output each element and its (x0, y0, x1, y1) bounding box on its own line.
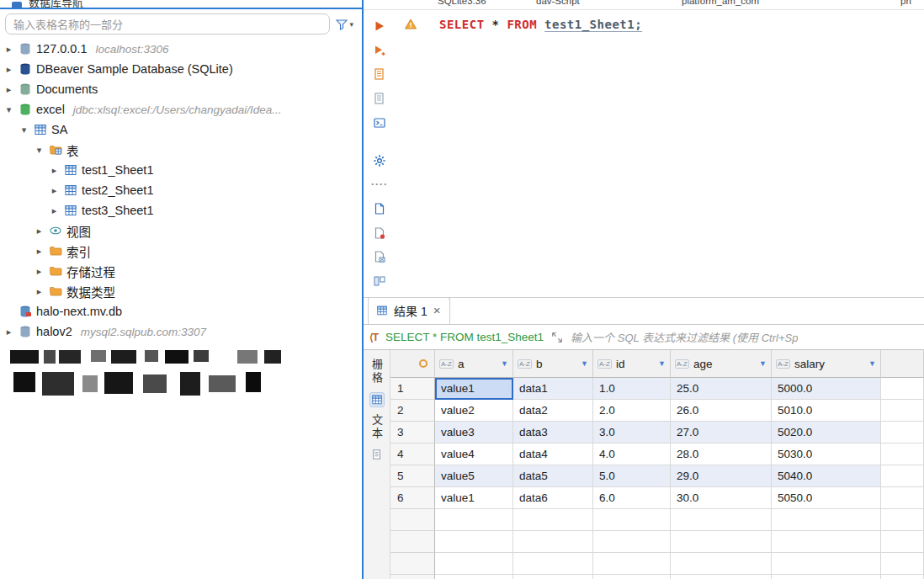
toolbar-partial-label[interactable]: platform_am_com (682, 0, 759, 6)
close-script-button[interactable] (371, 249, 388, 266)
navigator-tab-label[interactable]: 数据库导航 (29, 0, 83, 9)
grid-corner-header[interactable] (390, 350, 435, 378)
new-script-button[interactable] (371, 200, 388, 217)
row-number[interactable]: 5 (390, 465, 435, 487)
execute-script-button[interactable] (371, 66, 388, 82)
tab-grid-view[interactable]: 栅格 (369, 359, 385, 385)
chevron-down-icon[interactable]: ▾ (19, 125, 29, 135)
grid-cell[interactable]: 30.0 (671, 487, 772, 509)
sort-dropdown-icon[interactable]: ▼ (759, 359, 767, 368)
grid-cell-empty[interactable] (881, 465, 924, 487)
tree-item-127-0-0-1[interactable]: ▸ 127.0.0.1 localhost:3306 (0, 39, 362, 59)
grid-cell-empty[interactable] (593, 575, 671, 579)
grid-cell-empty[interactable] (435, 531, 513, 553)
filter-type-icon[interactable]: ⟨T (369, 332, 378, 343)
grid-cell[interactable]: data4 (513, 444, 593, 465)
grid-cell-empty[interactable] (881, 509, 924, 531)
sort-dropdown-icon[interactable]: ▼ (868, 359, 876, 368)
execute-statement-button[interactable] (371, 18, 388, 35)
grid-cell[interactable]: 5030.0 (772, 444, 881, 465)
tree-folder-indexes[interactable]: ▸ 索引 (0, 241, 362, 261)
grid-cell[interactable]: 5020.0 (772, 422, 881, 444)
tree-item-halo-next[interactable]: halo-next.mv.db (0, 301, 362, 321)
grid-cell[interactable]: 2.0 (593, 400, 671, 422)
grid-cell[interactable]: value1 (435, 378, 513, 400)
tree-item-excel[interactable]: ▾ excel jdbc:xlsql:excel:/Users/changyad… (0, 99, 362, 120)
grid-cell-empty[interactable] (881, 487, 924, 509)
grid-cell[interactable]: 25.0 (671, 378, 772, 400)
tree-item-dbeaver-sample[interactable]: ▸ DBeaver Sample Database (SQLite) (0, 59, 362, 79)
row-number-empty[interactable] (390, 531, 435, 553)
more-options-dots[interactable]: ···· (371, 176, 388, 193)
sort-dropdown-icon[interactable]: ▼ (501, 359, 508, 368)
chevron-right-icon[interactable]: ▸ (34, 246, 45, 257)
toolbar-partial-label[interactable]: ph (900, 0, 911, 6)
layout-toggle-button[interactable] (371, 273, 388, 290)
chevron-right-icon[interactable]: ▸ (3, 44, 14, 55)
sql-editor-text-area[interactable]: SELECT * FROM test1_Sheet1; (396, 10, 924, 297)
tree-item-test2-sheet1[interactable]: ▸ test2_Sheet1 (0, 180, 362, 200)
column-header-salary[interactable]: A-Zsalary▼ (772, 350, 881, 378)
column-header-b[interactable]: A-Zb▼ (513, 350, 593, 378)
grid-view-button[interactable] (369, 392, 385, 407)
grid-cell[interactable]: 27.0 (671, 422, 772, 444)
grid-cell-empty[interactable] (772, 553, 881, 575)
row-number[interactable]: 2 (390, 400, 435, 422)
grid-cell[interactable]: data5 (513, 465, 593, 487)
grid-cell-empty[interactable] (513, 553, 593, 575)
column-header-a[interactable]: A-Za▼ (435, 350, 513, 378)
grid-cell[interactable]: 6.0 (593, 487, 671, 509)
chevron-right-icon[interactable]: ▸ (49, 185, 60, 196)
tree-folder-datatypes[interactable]: ▸ 数据类型 (0, 281, 362, 301)
grid-cell-empty[interactable] (881, 531, 924, 553)
grid-cell-empty[interactable] (671, 531, 772, 553)
grid-cell[interactable]: value2 (435, 400, 513, 422)
execute-new-tab-button[interactable] (371, 42, 388, 59)
grid-cell-empty[interactable] (671, 553, 772, 575)
grid-cell[interactable]: value1 (435, 487, 513, 509)
tree-item-halov2[interactable]: ▸ halov2 mysql2.sqlpub.com:3307 (0, 321, 362, 342)
tree-folder-procedures[interactable]: ▸ 存储过程 (0, 261, 362, 281)
grid-cell-empty[interactable] (593, 509, 671, 531)
grid-cell[interactable]: 1.0 (593, 378, 671, 400)
row-number[interactable]: 3 (390, 422, 435, 444)
grid-cell[interactable]: data2 (513, 400, 593, 422)
chevron-right-icon[interactable]: ▸ (3, 327, 14, 337)
text-view-button[interactable] (370, 448, 384, 461)
delete-script-button[interactable] (371, 225, 388, 242)
grid-cell[interactable]: data1 (513, 378, 593, 400)
row-number-empty[interactable] (390, 509, 435, 531)
grid-cell[interactable]: 29.0 (671, 465, 772, 487)
tree-folder-tables[interactable]: ▾ 表 (0, 140, 362, 160)
chevron-right-icon[interactable]: ▸ (34, 266, 45, 277)
table-name-filter-input[interactable]: 输入表格名称的一部分 (5, 13, 330, 35)
grid-cell-empty[interactable] (881, 400, 924, 422)
chevron-down-icon[interactable]: ▾ (34, 145, 45, 156)
toolbar-partial-label[interactable]: SQLite3.36 (438, 0, 486, 6)
grid-cell[interactable]: 4.0 (593, 444, 671, 465)
grid-cell-empty[interactable] (881, 575, 924, 579)
tree-item-test1-sheet1[interactable]: ▸ test1_Sheet1 (0, 160, 362, 180)
chevron-right-icon[interactable]: ▸ (49, 165, 60, 176)
grid-cell-empty[interactable] (593, 531, 671, 553)
chevron-right-icon[interactable]: ▸ (3, 84, 14, 95)
grid-cell-empty[interactable] (671, 575, 772, 579)
sql-table-reference[interactable]: test1_Sheet1; (544, 18, 642, 31)
tab-text-view[interactable]: 文本 (369, 414, 385, 441)
chevron-down-icon[interactable]: ▾ (3, 104, 14, 115)
filter-settings-button[interactable]: ▾ (335, 18, 357, 31)
grid-cell[interactable]: 5010.0 (772, 400, 881, 422)
row-number-empty[interactable] (390, 575, 435, 579)
grid-cell-empty[interactable] (435, 509, 513, 531)
results-tab[interactable]: 结果 1 × (368, 298, 450, 324)
grid-cell[interactable]: 5050.0 (772, 487, 881, 509)
grid-cell-empty[interactable] (772, 531, 881, 553)
column-header-age[interactable]: A-Zage▼ (671, 350, 772, 378)
tree-item-test3-sheet1[interactable]: ▸ test3_Sheet1 (0, 200, 362, 220)
results-filter-input-placeholder[interactable]: 输入一个 SQL 表达式来过滤结果 (使用 Ctrl+Sp (571, 329, 798, 345)
grid-cell-empty[interactable] (881, 422, 924, 444)
grid-cell[interactable]: value4 (435, 444, 513, 465)
grid-cell[interactable]: 5040.0 (772, 465, 881, 487)
row-number-empty[interactable] (390, 553, 435, 575)
grid-cell-empty[interactable] (671, 509, 772, 531)
